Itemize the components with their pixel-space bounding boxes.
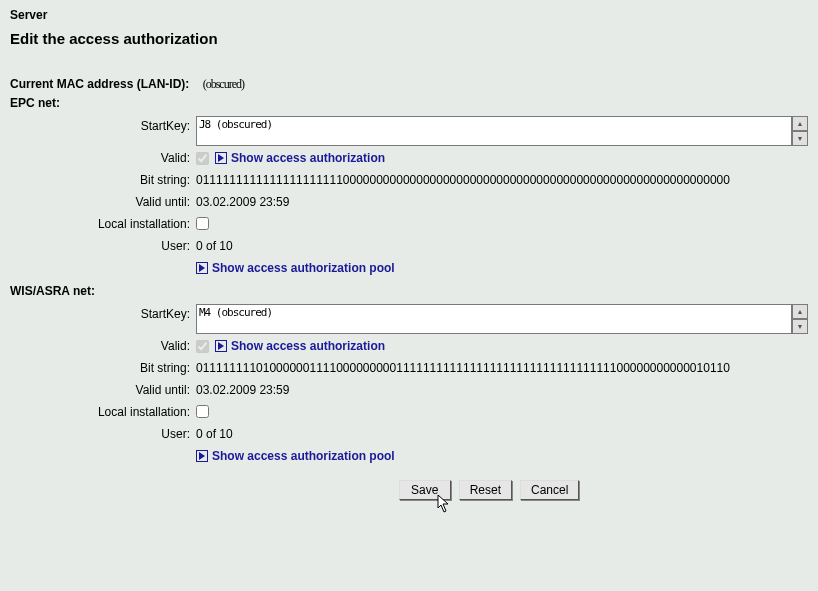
label-bitstring-epc: Bit string: [10, 170, 196, 187]
epc-startkey-input[interactable] [196, 116, 792, 146]
epc-startkey-spin[interactable]: ▲ ▼ [792, 116, 808, 146]
label-valid-wis: Valid: [10, 336, 196, 353]
wis-bitstring: 0111111110100000011110000000001111111111… [196, 358, 808, 375]
section-wis-head: WIS/ASRA net: [10, 284, 808, 298]
play-icon [215, 340, 227, 352]
label-startkey-epc: StartKey: [10, 116, 196, 133]
wis-valid-checkbox [196, 340, 209, 353]
label-localinstall-epc: Local installation: [10, 214, 196, 231]
wis-user: 0 of 10 [196, 424, 808, 441]
save-button[interactable]: Save [399, 480, 451, 500]
epc-valid-until: 03.02.2009 23:59 [196, 192, 808, 209]
label-validuntil-wis: Valid until: [10, 380, 196, 397]
spin-up-icon[interactable]: ▲ [792, 116, 808, 131]
wis-startkey-spin[interactable]: ▲ ▼ [792, 304, 808, 334]
label-user-epc: User: [10, 236, 196, 253]
mac-value: (obscured) [203, 77, 244, 91]
epc-valid-checkbox [196, 152, 209, 165]
play-icon [196, 450, 208, 462]
play-icon [196, 262, 208, 274]
mac-label: Current MAC address (LAN-ID): [10, 77, 189, 91]
epc-localinstall-checkbox[interactable] [196, 217, 209, 230]
header-server: Server [10, 8, 808, 22]
wis-localinstall-checkbox[interactable] [196, 405, 209, 418]
label-bitstring-wis: Bit string: [10, 358, 196, 375]
mac-line: Current MAC address (LAN-ID): (obscured) [10, 77, 808, 92]
page-title: Edit the access authorization [10, 30, 808, 47]
epc-bitstring: 0111111111111111111111000000000000000000… [196, 170, 808, 187]
label-localinstall-wis: Local installation: [10, 402, 196, 419]
epc-user: 0 of 10 [196, 236, 808, 253]
wis-valid-until: 03.02.2009 23:59 [196, 380, 808, 397]
label-user-wis: User: [10, 424, 196, 441]
spin-up-icon[interactable]: ▲ [792, 304, 808, 319]
reset-button[interactable]: Reset [459, 480, 512, 500]
spin-down-icon[interactable]: ▼ [792, 319, 808, 334]
label-validuntil-epc: Valid until: [10, 192, 196, 209]
label-startkey-wis: StartKey: [10, 304, 196, 321]
link-show-pool-epc[interactable]: Show access authorization pool [196, 261, 395, 275]
link-show-auth-wis[interactable]: Show access authorization [215, 339, 385, 353]
play-icon [215, 152, 227, 164]
label-valid-epc: Valid: [10, 148, 196, 165]
link-show-pool-wis[interactable]: Show access authorization pool [196, 449, 395, 463]
spin-down-icon[interactable]: ▼ [792, 131, 808, 146]
section-epc-head: EPC net: [10, 96, 808, 110]
link-show-auth-epc[interactable]: Show access authorization [215, 151, 385, 165]
wis-startkey-input[interactable] [196, 304, 792, 334]
cancel-button[interactable]: Cancel [520, 480, 579, 500]
